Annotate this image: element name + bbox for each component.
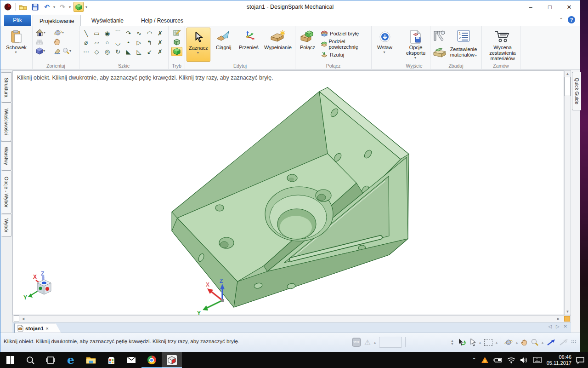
zoom-status-dropdown[interactable]: ▴ (542, 340, 543, 345)
sketch-polygon-icon[interactable]: ◎ (102, 47, 113, 56)
undo-dropdown[interactable]: ▾ (53, 5, 55, 9)
tab-projektowanie[interactable]: Projektowanie (33, 15, 81, 27)
schowek-dropdown[interactable]: ▾ (15, 50, 17, 54)
select-tool-dropdown[interactable]: ▴ (479, 340, 481, 345)
sketch-bend-icon[interactable]: ↰ (144, 38, 155, 47)
volume-icon[interactable] (520, 357, 528, 363)
customize-toolbar-dropdown[interactable]: ▾ (85, 5, 87, 9)
minimize-button[interactable]: – (521, 0, 540, 13)
horizontal-scrollbar[interactable]: ◄ ► (12, 315, 571, 322)
sketch-plane-view-button[interactable]: ▾ (54, 46, 76, 55)
wycena-button[interactable]: Wycena zestawienia materiałów (483, 28, 522, 63)
start-button[interactable] (0, 352, 20, 368)
undo-button[interactable]: ↶ (42, 2, 51, 12)
pan-button[interactable] (54, 37, 76, 46)
sketch-plane-icon[interactable]: ◣ (123, 47, 134, 56)
redo-dropdown[interactable]: ▾ (69, 5, 71, 9)
wstaw-dropdown[interactable]: ▾ (383, 50, 385, 54)
prev-document-button[interactable]: ◁ (548, 324, 552, 329)
sidebar-tab-struktura[interactable]: Struktura (1, 72, 11, 103)
redo-button[interactable]: ↷ (58, 2, 67, 12)
przenies-button[interactable]: Przenieś (237, 28, 260, 62)
scroll-down-arrow[interactable]: ▼ (566, 310, 570, 314)
sketch-split-icon[interactable]: ✗ (155, 38, 165, 47)
wypelnianie-button[interactable]: Wypełnianie (262, 28, 294, 62)
zestawienie-button[interactable]: Zestawienie materiałów ▾ (447, 46, 480, 58)
sketch-delete-icon[interactable]: ✗ (155, 47, 165, 56)
rzutuj-button[interactable]: Rzutuj (319, 50, 370, 59)
sketch-sweep-arc-icon[interactable]: ↷ (123, 29, 134, 38)
paste-button[interactable]: Schowek ▾ (2, 28, 31, 56)
sidebar-tab-warstwy[interactable]: Warstwy (1, 141, 11, 171)
maximize-button[interactable]: □ (540, 0, 560, 13)
tab-help-resources[interactable]: Help / Resources (135, 15, 190, 26)
document-tab-close[interactable]: × (45, 326, 49, 331)
opcje-eksportu-dropdown[interactable]: ▾ (414, 56, 416, 60)
home-view-button[interactable]: ▾ (36, 28, 50, 37)
collapse-ribbon-button[interactable]: ⌃ (560, 17, 563, 22)
sketch-sweep-icon[interactable]: ↻ (113, 47, 123, 56)
tab-plik[interactable]: Plik (4, 15, 31, 26)
podziel-bryle-button[interactable]: Podziel bryłę (319, 29, 370, 38)
mail-icon[interactable] (121, 352, 141, 368)
help-button[interactable]: ? (568, 16, 575, 23)
open-file-button[interactable] (18, 2, 28, 12)
select-previous-icon[interactable] (457, 338, 466, 346)
zaznacz-dropdown[interactable]: ▾ (197, 51, 199, 55)
close-button[interactable]: ✕ (560, 0, 579, 13)
section-mode-button[interactable] (171, 37, 182, 46)
spin-view-dropdown[interactable]: ▾ (62, 30, 64, 34)
sketch-chamfer-icon[interactable]: ▷ (134, 38, 144, 47)
sketch-offset-icon[interactable]: ↙ (144, 47, 155, 56)
sidebar-tab-opcje-wybor[interactable]: Opcje - Wybór (1, 171, 11, 214)
view-cube-button[interactable]: ▾ (36, 46, 50, 55)
scroll-right-arrow[interactable]: ► (556, 316, 560, 321)
sketch-point-icon[interactable]: • (123, 38, 134, 47)
sketch-spline-icon[interactable]: ∿ (134, 29, 144, 38)
taskbar-clock[interactable]: 06:46 05.11.2017 (547, 354, 571, 366)
vertical-scroll-thumb[interactable] (565, 77, 571, 96)
chrome-icon[interactable] (141, 352, 162, 368)
sketch-mirror-icon[interactable]: ◺ (134, 47, 144, 56)
edge-icon[interactable]: e (61, 352, 81, 368)
grid-view-button[interactable] (36, 37, 50, 46)
sketch-ellipse-icon[interactable]: ◇ (91, 47, 102, 56)
keyboard-icon[interactable] (533, 357, 542, 363)
task-view-button[interactable] (40, 352, 61, 368)
sketch-construction-line-icon[interactable]: ⋯ (81, 47, 91, 56)
home-view-dropdown[interactable]: ▾ (44, 30, 45, 34)
battery-icon[interactable] (493, 357, 503, 363)
sidebar-tab-wybor[interactable]: Wybór (1, 214, 11, 237)
sketch-rectangle-icon[interactable]: ▭ (91, 29, 102, 38)
select-tool-icon[interactable] (469, 338, 476, 346)
vertical-scrollbar[interactable]: ▲ ▼ (564, 70, 571, 315)
zestawienie-dropdown[interactable]: ▾ (475, 53, 477, 58)
scrollbar-corner-button[interactable] (564, 316, 570, 322)
file-explorer-icon[interactable] (81, 352, 101, 368)
material-block-icon[interactable] (433, 47, 447, 58)
pan-status-icon[interactable] (521, 339, 528, 345)
designspark-taskbar-icon[interactable] (162, 352, 182, 368)
sketch-circle-icon[interactable]: ◉ (102, 29, 113, 38)
zoom-dropdown[interactable]: ▾ (69, 49, 71, 53)
scroll-left-arrow[interactable]: ◄ (21, 316, 25, 321)
sketch-trim-icon[interactable]: ✗ (155, 29, 165, 38)
search-icon[interactable] (20, 352, 40, 368)
opcje-eksportu-button[interactable]: Opcje eksportu ▾ (400, 28, 432, 61)
warning-dropdown[interactable]: ▴ (374, 340, 376, 345)
view-cube-dropdown[interactable]: ▾ (43, 49, 45, 53)
quick-guide-tab[interactable]: Quick Guide (572, 72, 581, 110)
zoom-extents-icon[interactable] (547, 339, 556, 346)
microsoft-store-icon[interactable] (101, 352, 121, 368)
sketch-fillet-icon[interactable]: ◠ (144, 29, 155, 38)
sketch-arc-icon[interactable]: ⌒ (113, 29, 123, 38)
close-document-button[interactable]: ✕ (564, 324, 567, 329)
sketch-3point-arc-icon[interactable]: ◡ (113, 38, 123, 47)
polacz-button[interactable]: Połącz (297, 28, 318, 59)
spin-view-status-icon[interactable] (504, 339, 513, 345)
horizontal-scroll-thumb[interactable] (14, 316, 19, 322)
zaznacz-button[interactable]: Zaznacz ▾ (187, 28, 210, 62)
bom-list-icon[interactable]: 12 (457, 30, 470, 42)
sidebar-tab-wlasciwosci[interactable]: Właściwości (1, 103, 11, 141)
model-3d-bracket[interactable]: X Z Y Z X Y (12, 70, 564, 315)
